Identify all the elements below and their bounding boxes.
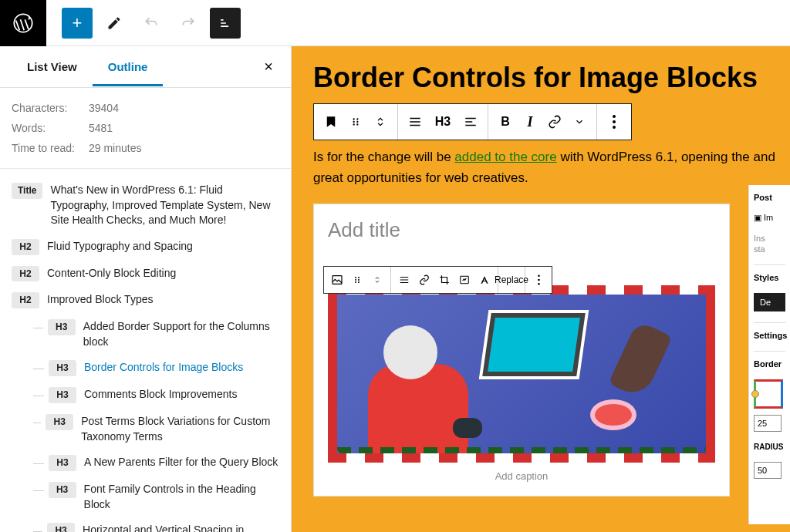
more-options-icon[interactable] <box>602 108 626 136</box>
svg-point-8 <box>613 120 616 123</box>
illustration <box>337 295 706 453</box>
page-heading: Border Controls for Image Blocks <box>313 62 790 94</box>
text-align-icon[interactable] <box>458 108 483 136</box>
sidebar-tabs: List View Outline × <box>0 46 291 88</box>
outline-item[interactable]: H3Horizontal and Vertical Spacing in Gal… <box>12 523 279 532</box>
outline-item[interactable]: H2Fluid Typography and Spacing <box>12 239 279 255</box>
outline-level-badge: H2 <box>12 292 39 308</box>
svg-point-2 <box>356 118 358 120</box>
svg-point-5 <box>353 123 355 125</box>
outline-level-badge: H3 <box>47 523 75 532</box>
edit-icon[interactable] <box>99 8 130 39</box>
outline-level-badge: H3 <box>46 414 73 430</box>
stat-label: Characters: <box>12 102 89 114</box>
chevron-down-icon[interactable] <box>567 108 592 136</box>
toolbar-group-more <box>597 104 631 140</box>
heading-level-button[interactable]: H3 <box>427 108 458 136</box>
outline-item-text[interactable]: Improved Block Types <box>47 292 153 308</box>
image-caption-placeholder[interactable]: Add caption <box>328 470 715 482</box>
stat-value: 29 minutes <box>89 142 141 154</box>
outline-level-badge: H3 <box>49 455 76 471</box>
svg-point-6 <box>356 123 358 125</box>
align-icon[interactable] <box>403 108 427 136</box>
bold-button[interactable]: B <box>493 108 518 136</box>
outline-item[interactable]: H3A New Parents Filter for the Query Blo… <box>12 455 279 471</box>
outline-level-badge: Title <box>12 183 42 199</box>
wordpress-logo[interactable] <box>0 0 46 46</box>
editor-canvas: Border Controls for Image Blocks H3 B I <box>292 46 790 532</box>
document-stats: Characters: 39404 Words: 5481 Time to re… <box>0 88 291 169</box>
more-options-icon[interactable] <box>528 268 549 291</box>
main-layout: List View Outline × Characters: 39404 Wo… <box>0 46 790 532</box>
outline-item[interactable]: H3Added Border Support for the Columns b… <box>12 319 279 349</box>
block-type-icon[interactable] <box>319 108 343 136</box>
image-preview[interactable] <box>328 285 715 463</box>
stat-label: Time to read: <box>12 142 89 154</box>
top-toolbar: + <box>0 0 790 46</box>
outline-item[interactable]: TitleWhat's New in WordPress 6.1: Fluid … <box>12 183 279 228</box>
outline-item[interactable]: H2Improved Block Types <box>12 292 279 308</box>
stat-time: Time to read: 29 minutes <box>12 142 279 154</box>
svg-point-4 <box>356 121 358 123</box>
align-icon[interactable] <box>394 268 414 291</box>
redo-icon[interactable] <box>173 8 204 39</box>
svg-point-11 <box>355 277 356 278</box>
svg-point-3 <box>353 121 355 123</box>
svg-rect-10 <box>333 276 342 285</box>
move-arrows-icon[interactable] <box>368 108 393 136</box>
outline-item-text[interactable]: Font Family Controls in the Heading Bloc… <box>84 482 279 512</box>
outline-item-text[interactable]: Comments Block Improvements <box>84 387 237 402</box>
replace-button[interactable]: Replace <box>501 268 522 291</box>
nested-example-block: Add title Replace <box>313 204 730 497</box>
image-icon[interactable] <box>327 268 347 291</box>
text-overlay-icon[interactable] <box>474 268 495 291</box>
section-styles: Styles <box>754 264 785 282</box>
undo-icon[interactable] <box>136 8 167 39</box>
default-style-button[interactable]: De <box>754 293 785 311</box>
outline-item-text[interactable]: Fluid Typography and Spacing <box>47 239 193 254</box>
outline-item-text[interactable]: Content-Only Block Editing <box>47 266 176 281</box>
outline-item[interactable]: H2Content-Only Block Editing <box>12 266 279 282</box>
outline-level-badge: H3 <box>49 360 76 376</box>
image-block-toolbar: Replace <box>323 266 552 294</box>
outline-item-text[interactable]: Added Border Support for the Columns blo… <box>83 319 279 349</box>
paragraph-text[interactable]: Is for the change will be added to the c… <box>313 146 790 188</box>
outline-item[interactable]: H3Border Controls for Image Blocks <box>12 360 279 376</box>
italic-button[interactable]: I <box>518 108 542 136</box>
nested-title-placeholder[interactable]: Add title <box>328 218 715 242</box>
outline-item[interactable]: H3Post Terms Block Variations for Custom… <box>12 414 279 444</box>
svg-point-19 <box>538 279 540 281</box>
border-radius-input[interactable] <box>754 462 782 479</box>
tab-outline[interactable]: Outline <box>93 48 164 86</box>
list-view-icon[interactable] <box>210 8 241 39</box>
border-width-input[interactable] <box>754 415 782 432</box>
outline-level-badge: H2 <box>12 266 39 282</box>
svg-point-20 <box>538 283 540 285</box>
drag-handle-icon[interactable] <box>347 268 367 291</box>
link-icon[interactable] <box>414 268 434 291</box>
stat-characters: Characters: 39404 <box>12 102 279 114</box>
outline-item[interactable]: H3Comments Block Improvements <box>12 387 279 403</box>
duotone-icon[interactable] <box>454 268 474 291</box>
outline-item-text[interactable]: Border Controls for Image Blocks <box>84 360 243 375</box>
border-visual-control[interactable] <box>754 379 783 409</box>
crop-icon[interactable] <box>434 268 454 291</box>
outline-item-text[interactable]: Horizontal and Vertical Spacing in Galle… <box>83 523 279 532</box>
tab-post[interactable]: Post <box>754 193 785 202</box>
outline-item-text[interactable]: Post Terms Block Variations for Custom T… <box>81 414 279 444</box>
move-arrows-icon[interactable] <box>367 268 387 291</box>
tab-list-view[interactable]: List View <box>12 48 93 86</box>
add-block-button[interactable]: + <box>62 8 93 39</box>
svg-point-12 <box>358 277 360 278</box>
outline-item[interactable]: H3Font Family Controls in the Heading Bl… <box>12 482 279 512</box>
link-icon[interactable] <box>542 108 567 136</box>
outline-item-text[interactable]: What's New in WordPress 6.1: Fluid Typog… <box>50 183 279 228</box>
outline-item-text[interactable]: A New Parents Filter for the Query Block <box>84 455 278 470</box>
toolbar-group-block <box>314 104 398 140</box>
toolbar-group-format: B I <box>488 104 597 140</box>
stat-value: 5481 <box>89 122 113 134</box>
close-icon[interactable]: × <box>258 52 279 82</box>
block-label: ▣ Im <box>754 213 785 223</box>
drag-handle-icon[interactable] <box>343 108 368 136</box>
content-link[interactable]: added to the core <box>454 150 556 164</box>
